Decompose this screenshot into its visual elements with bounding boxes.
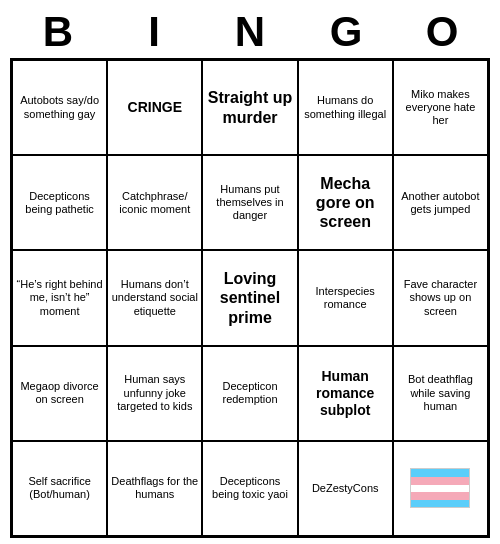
bingo-cell-16: Human says unfunny joke targeted to kids [107,346,202,441]
header-g: G [298,8,394,56]
bingo-cell-21: Deathflags for the humans [107,441,202,536]
bingo-cell-23: DeZestyCons [298,441,393,536]
bingo-cell-14: Fave character shows up on screen [393,250,488,345]
bingo-cell-8: Mecha gore on screen [298,155,393,250]
bingo-cell-3: Humans do something illegal [298,60,393,155]
header-o: O [394,8,490,56]
header-b: B [10,8,106,56]
bingo-cell-13: Interspecies romance [298,250,393,345]
bingo-cell-15: Megaop divorce on screen [12,346,107,441]
bingo-cell-6: Catchphrase/ iconic moment [107,155,202,250]
bingo-cell-18: Human romance subplot [298,346,393,441]
bingo-cell-19: Bot deathflag while saving human [393,346,488,441]
header-i: I [106,8,202,56]
bingo-cell-10: “He’s right behind me, isn’t he” moment [12,250,107,345]
bingo-cell-22: Decepticons being toxic yaoi [202,441,297,536]
bingo-cell-17: Decepticon redemption [202,346,297,441]
bingo-cell-20: Self sacrifice (Bot/human) [12,441,107,536]
bingo-cell-9: Another autobot gets jumped [393,155,488,250]
header-n: N [202,8,298,56]
bingo-cell-5: Decepticons being pathetic [12,155,107,250]
bingo-cell-4: Miko makes everyone hate her [393,60,488,155]
bingo-cell-2: Straight up murder [202,60,297,155]
bingo-grid: Autobots say/do something gayCRINGEStrai… [10,58,490,538]
bingo-cell-1: CRINGE [107,60,202,155]
bingo-cell-24 [393,441,488,536]
bingo-cell-7: Humans put themselves in danger [202,155,297,250]
bingo-header: B I N G O [10,8,490,56]
bingo-cell-12: Loving sentinel prime [202,250,297,345]
bingo-cell-11: Humans don’t understand social etiquette [107,250,202,345]
bingo-cell-0: Autobots say/do something gay [12,60,107,155]
